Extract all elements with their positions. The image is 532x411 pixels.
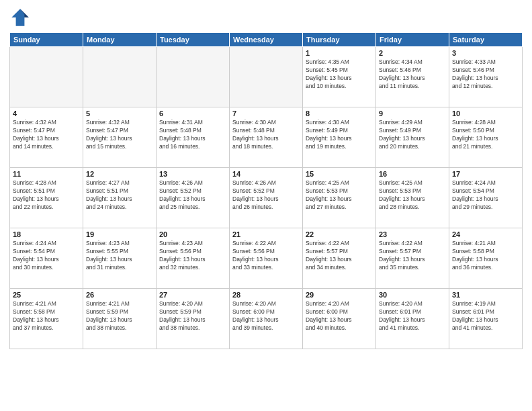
day-number: 15 [306, 170, 373, 178]
day-info: Sunrise: 4:25 AM Sunset: 5:53 PM Dayligh… [379, 179, 446, 212]
day-number: 8 [306, 109, 373, 118]
calendar-cell: 8Sunrise: 4:30 AM Sunset: 5:49 PM Daylig… [303, 107, 376, 168]
calendar-cell: 15Sunrise: 4:25 AM Sunset: 5:53 PM Dayli… [303, 168, 376, 228]
day-info: Sunrise: 4:24 AM Sunset: 5:54 PM Dayligh… [452, 179, 519, 212]
day-number: 22 [306, 230, 373, 238]
day-info: Sunrise: 4:32 AM Sunset: 5:47 PM Dayligh… [13, 119, 80, 151]
calendar-cell: 11Sunrise: 4:28 AM Sunset: 5:51 PM Dayli… [10, 168, 83, 228]
day-number: 25 [13, 291, 80, 299]
day-info: Sunrise: 4:27 AM Sunset: 5:51 PM Dayligh… [86, 179, 153, 212]
calendar-cell [230, 47, 303, 107]
calendar-cell: 7Sunrise: 4:30 AM Sunset: 5:48 PM Daylig… [230, 107, 303, 168]
calendar-cell: 1Sunrise: 4:35 AM Sunset: 5:45 PM Daylig… [303, 47, 376, 107]
day-info: Sunrise: 4:21 AM Sunset: 5:58 PM Dayligh… [13, 300, 80, 332]
day-number: 26 [86, 291, 153, 299]
calendar-cell: 18Sunrise: 4:24 AM Sunset: 5:54 PM Dayli… [10, 228, 83, 289]
weekday-header-saturday: Saturday [449, 33, 523, 47]
day-info: Sunrise: 4:26 AM Sunset: 5:52 PM Dayligh… [232, 179, 300, 212]
calendar-cell: 3Sunrise: 4:33 AM Sunset: 5:46 PM Daylig… [449, 47, 523, 107]
day-number: 10 [452, 109, 519, 118]
day-info: Sunrise: 4:22 AM Sunset: 5:57 PM Dayligh… [306, 240, 373, 272]
calendar-cell: 30Sunrise: 4:20 AM Sunset: 6:01 PM Dayli… [376, 289, 449, 349]
day-info: Sunrise: 4:32 AM Sunset: 5:47 PM Dayligh… [86, 119, 153, 151]
calendar-cell: 23Sunrise: 4:22 AM Sunset: 5:57 PM Dayli… [376, 228, 449, 289]
day-number: 19 [86, 230, 153, 238]
day-number: 14 [232, 170, 300, 178]
day-info: Sunrise: 4:23 AM Sunset: 5:55 PM Dayligh… [86, 240, 153, 272]
week-row-1: 1Sunrise: 4:35 AM Sunset: 5:45 PM Daylig… [10, 47, 523, 107]
calendar-cell: 9Sunrise: 4:29 AM Sunset: 5:49 PM Daylig… [376, 107, 449, 168]
calendar-cell: 5Sunrise: 4:32 AM Sunset: 5:47 PM Daylig… [83, 107, 157, 168]
day-number: 11 [13, 170, 80, 178]
calendar-cell: 16Sunrise: 4:25 AM Sunset: 5:53 PM Dayli… [376, 168, 449, 228]
logo-icon [9, 7, 31, 28]
page: SundayMondayTuesdayWednesdayThursdayFrid… [0, 0, 532, 411]
day-number: 5 [86, 109, 153, 118]
day-info: Sunrise: 4:24 AM Sunset: 5:54 PM Dayligh… [13, 240, 80, 272]
calendar-cell: 31Sunrise: 4:19 AM Sunset: 6:01 PM Dayli… [449, 289, 523, 349]
calendar-cell: 19Sunrise: 4:23 AM Sunset: 5:55 PM Dayli… [83, 228, 157, 289]
day-info: Sunrise: 4:22 AM Sunset: 5:57 PM Dayligh… [379, 240, 446, 272]
calendar-cell: 26Sunrise: 4:21 AM Sunset: 5:59 PM Dayli… [83, 289, 157, 349]
day-number: 23 [379, 230, 446, 238]
calendar-cell: 20Sunrise: 4:23 AM Sunset: 5:56 PM Dayli… [157, 228, 230, 289]
day-number: 27 [159, 291, 226, 299]
day-info: Sunrise: 4:30 AM Sunset: 5:49 PM Dayligh… [306, 119, 373, 151]
day-number: 31 [452, 291, 519, 299]
day-info: Sunrise: 4:25 AM Sunset: 5:53 PM Dayligh… [306, 179, 373, 212]
day-number: 3 [452, 49, 519, 57]
calendar-cell [83, 47, 157, 107]
weekday-header-thursday: Thursday [303, 33, 376, 47]
day-info: Sunrise: 4:28 AM Sunset: 5:50 PM Dayligh… [452, 119, 519, 151]
logo [9, 7, 34, 28]
day-number: 21 [232, 230, 300, 238]
calendar-table: SundayMondayTuesdayWednesdayThursdayFrid… [9, 32, 523, 349]
day-info: Sunrise: 4:35 AM Sunset: 5:45 PM Dayligh… [306, 58, 373, 91]
day-info: Sunrise: 4:26 AM Sunset: 5:52 PM Dayligh… [159, 179, 226, 212]
calendar-cell [157, 47, 230, 107]
day-number: 29 [306, 291, 373, 299]
calendar-cell: 29Sunrise: 4:20 AM Sunset: 6:00 PM Dayli… [303, 289, 376, 349]
day-number: 7 [232, 109, 300, 118]
calendar-cell: 10Sunrise: 4:28 AM Sunset: 5:50 PM Dayli… [449, 107, 523, 168]
day-info: Sunrise: 4:33 AM Sunset: 5:46 PM Dayligh… [452, 58, 519, 91]
week-row-4: 18Sunrise: 4:24 AM Sunset: 5:54 PM Dayli… [10, 228, 523, 289]
day-info: Sunrise: 4:22 AM Sunset: 5:56 PM Dayligh… [232, 240, 300, 272]
calendar-cell [10, 47, 83, 107]
day-number: 17 [452, 170, 519, 178]
day-number: 16 [379, 170, 446, 178]
day-info: Sunrise: 4:30 AM Sunset: 5:48 PM Dayligh… [232, 119, 300, 151]
day-info: Sunrise: 4:31 AM Sunset: 5:48 PM Dayligh… [159, 119, 226, 151]
weekday-header-row: SundayMondayTuesdayWednesdayThursdayFrid… [10, 33, 523, 47]
day-info: Sunrise: 4:23 AM Sunset: 5:56 PM Dayligh… [159, 240, 226, 272]
day-number: 13 [159, 170, 226, 178]
day-number: 20 [159, 230, 226, 238]
day-number: 1 [306, 49, 373, 57]
week-row-3: 11Sunrise: 4:28 AM Sunset: 5:51 PM Dayli… [10, 168, 523, 228]
calendar-cell: 4Sunrise: 4:32 AM Sunset: 5:47 PM Daylig… [10, 107, 83, 168]
day-number: 18 [13, 230, 80, 238]
day-number: 4 [13, 109, 80, 118]
header [9, 7, 523, 28]
day-number: 30 [379, 291, 446, 299]
calendar-cell: 12Sunrise: 4:27 AM Sunset: 5:51 PM Dayli… [83, 168, 157, 228]
weekday-header-sunday: Sunday [10, 33, 83, 47]
day-info: Sunrise: 4:20 AM Sunset: 6:00 PM Dayligh… [306, 300, 373, 332]
day-number: 2 [379, 49, 446, 57]
calendar-cell: 28Sunrise: 4:20 AM Sunset: 6:00 PM Dayli… [230, 289, 303, 349]
day-info: Sunrise: 4:29 AM Sunset: 5:49 PM Dayligh… [379, 119, 446, 151]
weekday-header-monday: Monday [83, 33, 157, 47]
calendar-cell: 22Sunrise: 4:22 AM Sunset: 5:57 PM Dayli… [303, 228, 376, 289]
calendar-cell: 14Sunrise: 4:26 AM Sunset: 5:52 PM Dayli… [230, 168, 303, 228]
weekday-header-tuesday: Tuesday [157, 33, 230, 47]
calendar-cell: 13Sunrise: 4:26 AM Sunset: 5:52 PM Dayli… [157, 168, 230, 228]
day-info: Sunrise: 4:21 AM Sunset: 5:58 PM Dayligh… [452, 240, 519, 272]
calendar-cell: 25Sunrise: 4:21 AM Sunset: 5:58 PM Dayli… [10, 289, 83, 349]
day-info: Sunrise: 4:20 AM Sunset: 6:01 PM Dayligh… [379, 300, 446, 332]
day-number: 9 [379, 109, 446, 118]
day-info: Sunrise: 4:19 AM Sunset: 6:01 PM Dayligh… [452, 300, 519, 332]
weekday-header-wednesday: Wednesday [230, 33, 303, 47]
calendar-cell: 6Sunrise: 4:31 AM Sunset: 5:48 PM Daylig… [157, 107, 230, 168]
week-row-5: 25Sunrise: 4:21 AM Sunset: 5:58 PM Dayli… [10, 289, 523, 349]
calendar-cell: 21Sunrise: 4:22 AM Sunset: 5:56 PM Dayli… [230, 228, 303, 289]
